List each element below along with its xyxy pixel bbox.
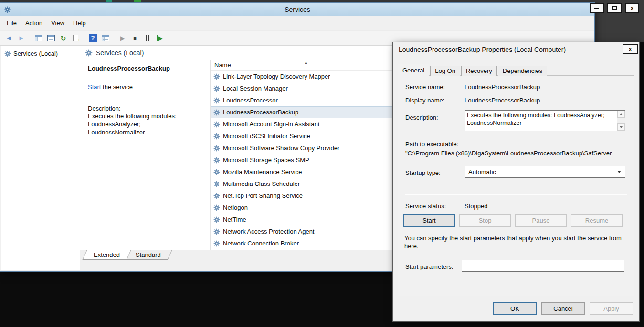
display-name-label: Display name: — [405, 97, 444, 104]
start-button[interactable]: Start — [403, 214, 455, 227]
service-gear-icon — [213, 181, 220, 187]
export-list-icon: → — [73, 35, 78, 41]
tab-extended[interactable]: Extended — [83, 250, 131, 260]
service-name-label: Service name: — [405, 83, 445, 91]
service-status-value: Stopped — [465, 203, 487, 210]
tab-log-on[interactable]: Log On — [430, 66, 460, 76]
pause-service-button[interactable] — [141, 32, 153, 44]
menu-view[interactable]: View — [47, 18, 69, 29]
service-name: Network Access Protection Agent — [223, 228, 314, 235]
start-service-link-suffix: the service — [101, 83, 132, 91]
ok-button[interactable]: OK — [493, 302, 537, 315]
service-gear-icon — [213, 85, 220, 92]
start-parameters-label: Start parameters: — [405, 263, 453, 270]
dialog-titlebar[interactable]: LoudnessProcessorBackup Properties (Loca… — [393, 42, 620, 57]
properties-button[interactable] — [45, 32, 57, 44]
selected-service-name: LoudnessProcessorBackup — [88, 65, 202, 72]
description-scrollbar[interactable] — [617, 111, 625, 131]
tree-item-services-local[interactable]: Services (Local) — [1, 49, 80, 59]
console-tree-icon — [35, 35, 42, 41]
close-icon: x — [629, 46, 632, 52]
start-parameters-input[interactable] — [462, 260, 624, 272]
service-gear-icon — [213, 97, 220, 104]
service-gear-icon — [213, 193, 220, 199]
service-name: Mozilla Maintenance Service — [223, 168, 302, 175]
service-name: Net.Tcp Port Sharing Service — [223, 192, 303, 199]
description-value: Executes the following modules: Loudness… — [467, 112, 614, 127]
help-button[interactable]: ? — [87, 32, 99, 44]
service-name: LoudnessProcessorBackup — [223, 109, 298, 116]
maximize-button[interactable] — [607, 3, 622, 13]
service-gear-icon — [213, 109, 220, 116]
service-name-value: LoudnessProcessorBackup — [465, 83, 540, 91]
start-service-link-line: Start the service — [88, 83, 202, 91]
cancel-button[interactable]: Cancel — [541, 302, 585, 315]
close-button[interactable]: x — [625, 3, 639, 13]
show-console-tree-button[interactable] — [32, 32, 44, 44]
maximize-icon — [612, 6, 617, 10]
tab-dependencies[interactable]: Dependencies — [498, 66, 547, 76]
close-icon: x — [631, 5, 634, 11]
service-name: NetTime — [223, 216, 246, 223]
tab-standard[interactable]: Standard — [124, 250, 172, 260]
back-icon: ◄ — [6, 34, 12, 41]
toolbar-separator — [84, 33, 84, 42]
extended-view-button[interactable] — [99, 32, 111, 44]
titlebar[interactable]: Services — [0, 3, 594, 16]
service-gear-icon — [213, 157, 220, 164]
dialog-footer: OK Cancel Apply — [393, 302, 633, 315]
service-name: Netlogon — [223, 204, 248, 211]
start-parameters-hint: You can specify the start parameters tha… — [404, 234, 633, 250]
description-text: Executes the following modules: Loudness… — [88, 112, 186, 136]
service-control-buttons: Start Stop Pause Resume — [403, 214, 623, 227]
tree-item-label: Services (Local) — [13, 50, 58, 57]
background-window-controls: x — [590, 3, 639, 13]
menu-file[interactable]: File — [2, 18, 21, 29]
chevron-down-icon — [620, 126, 623, 128]
description-label: Description: — [405, 114, 438, 121]
service-name: Microsoft iSCSI Initiator Service — [223, 133, 310, 140]
path-to-executable-label: Path to executable: — [405, 141, 458, 148]
description-textarea[interactable]: Executes the following modules: Loudness… — [465, 110, 625, 131]
menu-action[interactable]: Action — [21, 18, 47, 29]
toolbar-separator — [114, 33, 114, 42]
menu-help[interactable]: Help — [69, 18, 90, 29]
dialog-title: LoudnessProcessorBackup Properties (Loca… — [399, 46, 566, 53]
forward-button[interactable]: ► — [15, 32, 27, 44]
stop-service-icon: ■ — [133, 35, 137, 41]
dialog-close-button[interactable]: x — [623, 44, 638, 54]
column-header-name[interactable]: Name — [214, 61, 231, 69]
extended-detail-panel: LoudnessProcessorBackup Start the servic… — [80, 60, 210, 250]
minimize-button[interactable] — [590, 3, 604, 13]
resume-button: Resume — [571, 214, 623, 227]
export-list-button[interactable]: → — [70, 32, 82, 44]
tab-recovery[interactable]: Recovery — [461, 66, 497, 76]
extended-view-icon — [102, 35, 109, 41]
startup-type-select[interactable]: Automatic — [465, 166, 625, 178]
start-service-button[interactable]: ▶ — [116, 32, 128, 44]
pause-button: Pause — [515, 214, 567, 227]
refresh-button[interactable]: ↻ — [57, 32, 69, 44]
chevron-down-icon — [617, 171, 621, 173]
scroll-up-button[interactable] — [617, 111, 625, 118]
service-status-label: Service status: — [405, 203, 446, 210]
stop-service-button[interactable]: ■ — [129, 32, 141, 44]
back-button[interactable]: ◄ — [3, 32, 15, 44]
service-gear-icon — [213, 121, 220, 128]
start-service-link[interactable]: Start — [88, 83, 101, 91]
restart-service-button[interactable]: ▶ — [154, 32, 166, 44]
service-gear-icon — [213, 216, 220, 223]
service-name: Network Connection Broker — [223, 240, 299, 247]
toolbar-separator — [30, 33, 30, 42]
scroll-down-button[interactable] — [617, 123, 625, 131]
service-name: Microsoft Account Sign-in Assistant — [223, 121, 319, 128]
path-to-executable-value: "C:\Program Files (x86)\DigaSystem\Loudn… — [405, 150, 636, 157]
refresh-icon: ↻ — [61, 34, 66, 42]
pause-service-icon — [146, 35, 149, 41]
service-gear-icon — [213, 145, 220, 152]
service-gear-icon — [213, 240, 220, 247]
stop-button: Stop — [459, 214, 511, 227]
start-service-icon: ▶ — [120, 35, 125, 41]
service-name: Microsoft Software Shadow Copy Provider — [223, 144, 339, 152]
tab-general[interactable]: General — [398, 64, 429, 76]
